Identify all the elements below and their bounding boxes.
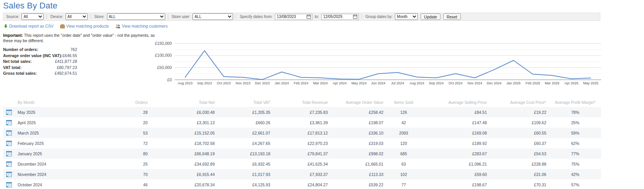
svg-text:Jan 2024: Jan 2024 xyxy=(274,81,289,85)
date-from-input[interactable] xyxy=(277,15,306,19)
group-dates-by-select[interactable]: Month xyxy=(395,13,418,20)
avg-cost-price-cell: £228.88 xyxy=(490,159,549,169)
customers-icon xyxy=(115,24,120,28)
date-from-label: Specify dates from: xyxy=(240,15,273,19)
svg-text:Jul 2024: Jul 2024 xyxy=(391,81,404,85)
avg-cost-price-cell: £60.37 xyxy=(490,138,549,148)
calendar-icon[interactable] xyxy=(307,15,311,19)
report-icon[interactable] xyxy=(3,138,15,148)
filter-toolbar: Source:AllDevice:AllStore:ALLStore user:… xyxy=(3,13,600,21)
device-select[interactable]: All xyxy=(66,13,88,20)
orders-cell: 70 xyxy=(130,169,151,179)
svg-text:May 2024: May 2024 xyxy=(352,81,367,85)
toolbar-divider xyxy=(168,14,168,19)
summary-value: £646.55 xyxy=(62,53,77,59)
sales-table: By MonthOrdersTotal NetTotal VATTotal Re… xyxy=(3,97,601,189)
month-column-header: By Month xyxy=(15,97,130,107)
summary-value: £411,877.28 xyxy=(55,59,77,65)
total-net-cell: £6,030.48 xyxy=(151,107,218,117)
svg-text:Mar 2025: Mar 2025 xyxy=(545,81,559,85)
avg-profit-margin-cell: 75% xyxy=(549,159,601,169)
report-links: Download report as CSVView matching prod… xyxy=(4,24,168,28)
update-button[interactable]: Update xyxy=(421,13,440,20)
items-sold-cell: 77 xyxy=(386,179,421,189)
total-vat-cell: £4,125.93 xyxy=(218,179,273,189)
page-title: Sales By Date xyxy=(3,1,58,11)
svg-text:Sep 2024: Sep 2024 xyxy=(429,81,444,85)
total-net-cell: £3,301.13 xyxy=(151,117,218,128)
report-icon[interactable] xyxy=(3,128,15,138)
items-sold-cell: 120 xyxy=(386,138,421,148)
svg-text:Dec 2024: Dec 2024 xyxy=(487,81,502,85)
total-revenue-cell: £79,841.37 xyxy=(273,148,331,159)
store-select[interactable]: ALL xyxy=(107,13,165,20)
avg-selling-price-cell: £84.51 xyxy=(421,107,490,117)
summary-label: Number of orders: xyxy=(3,47,38,53)
view-matching-customers-link[interactable]: View matching customers xyxy=(115,24,168,28)
date-to-input[interactable] xyxy=(323,15,352,19)
view-matching-products-link[interactable]: View matching products xyxy=(60,24,109,28)
svg-text:Feb 2024: Feb 2024 xyxy=(294,81,308,85)
avg-selling-price-cell: £198.67 xyxy=(421,179,490,189)
store-user-select[interactable]: ALL xyxy=(192,13,233,20)
calendar-icon[interactable] xyxy=(353,15,357,19)
summary-value: £492,674.51 xyxy=(55,71,77,77)
svg-text:£150,000: £150,000 xyxy=(155,41,172,46)
toolbar-divider xyxy=(236,14,236,19)
total-revenue-cell: £17,813.12 xyxy=(273,128,331,138)
summary-value: 762 xyxy=(70,47,77,53)
report-icon[interactable] xyxy=(3,169,15,179)
report-icon[interactable] xyxy=(3,179,15,189)
table-row: April 202520£3,301.13£660.26£3,961.39£19… xyxy=(3,117,601,128)
month-cell: October 2024 xyxy=(15,179,130,189)
avg-selling-price-cell: £147.48 xyxy=(421,117,490,128)
avg-cost-price-column-header: Average Cost Price* xyxy=(490,97,549,107)
total-net-cell: £66,648.19 xyxy=(151,148,218,159)
svg-text:Jun 2024: Jun 2024 xyxy=(371,81,385,85)
total-revenue-cell: £41,625.34 xyxy=(273,159,331,169)
month-cell: February 2025 xyxy=(15,138,130,148)
total-net-cell: £34,692.89 xyxy=(151,159,218,169)
download-report-as-csv-link[interactable]: Download report as CSV xyxy=(4,24,54,28)
report-icon[interactable] xyxy=(3,117,15,128)
avg-profit-margin-cell: 62% xyxy=(549,138,601,148)
svg-text:Nov 2023: Nov 2023 xyxy=(236,81,251,85)
orders-cell: 72 xyxy=(130,138,151,148)
avg-profit-margin-cell: 59% xyxy=(549,128,601,138)
source-select[interactable]: All xyxy=(21,13,44,20)
svg-text:Dec 2023: Dec 2023 xyxy=(255,81,270,85)
avg-selling-price-cell: £189.92 xyxy=(421,138,490,148)
summary-label: VAT total: xyxy=(3,65,21,71)
items-sold-cell: 102 xyxy=(386,169,421,179)
summary-stats: Number of orders:762Average order value … xyxy=(3,47,77,77)
orders-cell: 46 xyxy=(130,179,151,189)
reset-button[interactable]: Reset xyxy=(443,13,460,20)
date-to-label: to: xyxy=(315,15,319,19)
svg-text:Oct 2024: Oct 2024 xyxy=(449,81,463,85)
sales-chart: £0£50,000£100,000£150,000Aug 2023Sep 202… xyxy=(150,37,605,89)
month-cell: March 2025 xyxy=(15,128,130,138)
svg-text:£100,000: £100,000 xyxy=(155,53,172,58)
avg-cost-price-cell: £54.53 xyxy=(490,148,549,159)
avg-order-value-cell: £198.07 xyxy=(331,117,386,128)
svg-text:Mar 2024: Mar 2024 xyxy=(313,81,328,85)
orders-cell: 53 xyxy=(130,128,151,138)
report-icon[interactable] xyxy=(3,148,15,159)
avg-selling-price-cell: £169.08 xyxy=(421,128,490,138)
date-to-field xyxy=(321,14,359,20)
summary-row: Net total sales:£411,877.28 xyxy=(3,59,77,65)
svg-text:Aug 2023: Aug 2023 xyxy=(178,81,193,85)
toolbar-divider xyxy=(361,14,362,19)
svg-text:£0: £0 xyxy=(167,77,172,82)
report-icon[interactable] xyxy=(3,107,15,117)
total-revenue-cell: £24,804.27 xyxy=(273,179,331,189)
total-net-cell: £15,152.05 xyxy=(151,128,218,138)
avg-selling-price-cell: £1,096.21 xyxy=(421,159,490,169)
avg-profit-margin-cell: 42% xyxy=(549,169,601,179)
report-icon[interactable] xyxy=(3,159,15,169)
avg-cost-price-cell: £109.62 xyxy=(490,117,549,128)
svg-text:Feb 2025: Feb 2025 xyxy=(526,81,540,85)
total-net-column-header: Total Net xyxy=(151,97,218,107)
total-net-cell: £6,915.44 xyxy=(151,169,218,179)
table-row: May 202528£6,030.48£1,205.35£7,235.83£25… xyxy=(3,107,601,117)
